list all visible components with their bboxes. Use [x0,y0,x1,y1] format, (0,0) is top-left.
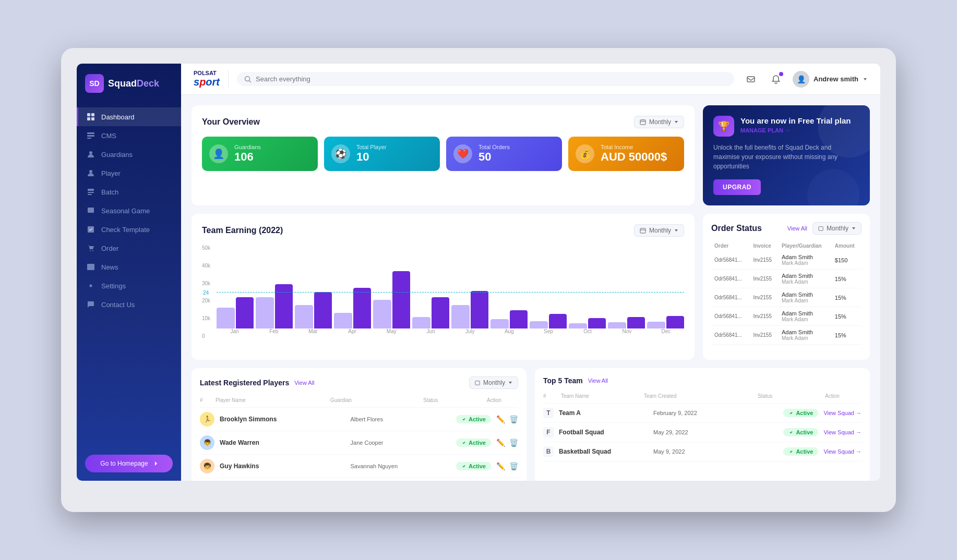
sidebar-item-seasonal-game[interactable]: Seasonal Game [77,201,181,220]
sidebar-item-check-template[interactable]: Check Template [77,220,181,239]
trial-header: 🏆 You are now in Free Trial plan MANAGE … [713,116,859,137]
notification-badge [779,72,783,76]
player-actions-2: ✏️ 🗑️ [496,439,518,447]
mail-button[interactable] [743,71,759,88]
teams-title: Top 5 Team [543,376,583,385]
overview-title: Your Overview [202,117,260,127]
team-row-3: B Basketball Squad May 9, 2022 Active Vi… [543,442,862,461]
search-input[interactable] [256,75,727,83]
total-income-value: AUD 50000$ [601,150,667,164]
order-status-header: Order Status View All Monthly [711,222,862,235]
sidebar-item-contact-us[interactable]: Contact Us [77,295,181,314]
stat-total-orders: ❤️ Total Orders 50 [446,137,562,171]
header: POLSAT s p ort [181,64,880,95]
svg-line-23 [249,80,252,82]
guardians-icon: 👤 [209,144,228,163]
bar-feb-dark [275,284,293,328]
trial-card: 🏆 You are now in Free Trial plan MANAGE … [703,105,870,205]
player-icon: ⚽ [331,144,350,163]
player-guardian-1: Albert Flores [351,416,451,422]
brand-polsat: POLSAT [194,70,220,76]
trial-manage-link[interactable]: MANAGE PLAN → [740,127,851,133]
header-icons: 👤 Andrew smith [743,71,868,88]
label-oct: Oct [570,328,606,334]
view-squad-2[interactable]: View Squad → [823,429,862,435]
order-monthly-label: Monthly [827,225,848,232]
delete-icon-3[interactable]: 🗑️ [509,462,518,470]
players-col-headers: # Player Name Guardian Status Action [200,395,518,408]
chart-card: Team Earning (2022) Monthly 50k 40k [192,214,695,360]
row-overview: Your Overview Monthly 👤 Gua [192,105,870,205]
team-status-3: Active [783,447,818,456]
svg-point-16 [92,250,93,251]
sidebar-item-player[interactable]: Player [77,164,181,182]
check-icon-2 [461,440,466,445]
delete-icon-2[interactable]: 🗑️ [509,439,518,447]
overview-monthly-select[interactable]: Monthly [634,116,684,128]
check-icon-t3 [788,449,794,454]
teams-view-all[interactable]: View All [588,378,608,384]
user-info[interactable]: 👤 Andrew smith [793,71,868,88]
label-sep: Sep [530,328,566,334]
delete-icon-1[interactable]: 🗑️ [509,415,518,423]
players-monthly-select[interactable]: Monthly [469,376,518,389]
bar-jun-light [412,317,430,328]
table-row: Odr56841... Inv2155 Adam SmithMark Adam … [711,270,862,288]
search-bar[interactable] [237,72,734,86]
col-invoice: Invoice [750,241,779,251]
bar-mar-light [295,305,313,328]
bar-group-dec [647,316,684,328]
svg-rect-2 [87,117,90,120]
label-jul: July [452,328,488,334]
svg-rect-6 [87,138,91,139]
bar-sep-dark [549,314,567,328]
svg-rect-0 [87,113,90,116]
income-icon: 💰 [576,144,594,163]
chart-monthly-select[interactable]: Monthly [634,224,684,237]
sidebar-item-dashboard[interactable]: Dashboard [77,107,181,126]
dashed-label: 24 [203,290,209,296]
chevron-down-icon-order [852,226,856,230]
edit-icon-2[interactable]: ✏️ [496,439,505,447]
player-actions-1: ✏️ 🗑️ [496,415,518,423]
bar-nov-light [608,322,626,328]
svg-rect-12 [88,208,94,213]
col-player-guardian: Player/Guardian [779,241,832,251]
teams-col-headers: # Team Name Team Created Status Action [543,391,862,404]
sidebar-item-batch[interactable]: Batch [77,182,181,201]
order-monthly-select[interactable]: Monthly [812,222,862,235]
team-row-1: T Team A February 9, 2022 Active View Sq… [543,404,862,423]
sidebar-item-settings[interactable]: Settings [77,276,181,295]
view-squad-1[interactable]: View Squad → [823,410,862,416]
team-num-2: F [543,427,554,437]
bar-group-apr [334,288,371,328]
view-squad-3[interactable]: View Squad → [823,448,862,455]
label-nov: Nov [609,328,645,334]
team-num-3: B [543,446,554,457]
sidebar-item-cms[interactable]: CMS [77,126,181,145]
players-view-all[interactable]: View All [294,380,314,386]
latest-players-card: Latest Registered Players View All Month… [192,368,527,481]
sidebar: SD SquadDeck Dashboard CMS Guardians [77,64,181,481]
guardians-label: Guardians [234,144,261,150]
chart-area: 50k 40k 30k 20k 10k 0 24 [202,245,684,349]
dashed-line: 24 [217,292,684,293]
svg-point-8 [89,170,92,173]
guardians-value: 106 [234,150,261,164]
sidebar-item-order[interactable]: Order [77,239,181,258]
sidebar-item-news[interactable]: News [77,258,181,276]
team-num-1: T [543,408,554,418]
edit-icon-1[interactable]: ✏️ [496,415,505,423]
order-view-all[interactable]: View All [787,225,807,232]
label-jun: Jun [413,328,449,334]
upgrade-button[interactable]: UPGRAD [713,179,761,195]
col-amount: Amount [832,241,862,251]
svg-rect-9 [88,189,94,191]
edit-icon-3[interactable]: ✏️ [496,462,505,470]
sidebar-item-guardians[interactable]: Guardians [77,145,181,164]
chevron-down-icon-chart [674,228,678,233]
goto-homepage-button[interactable]: Go to Homepage [85,455,173,472]
chart-title: Team Earning (2022) [202,226,283,235]
notification-button[interactable] [768,71,784,88]
total-player-value: 10 [356,150,386,164]
